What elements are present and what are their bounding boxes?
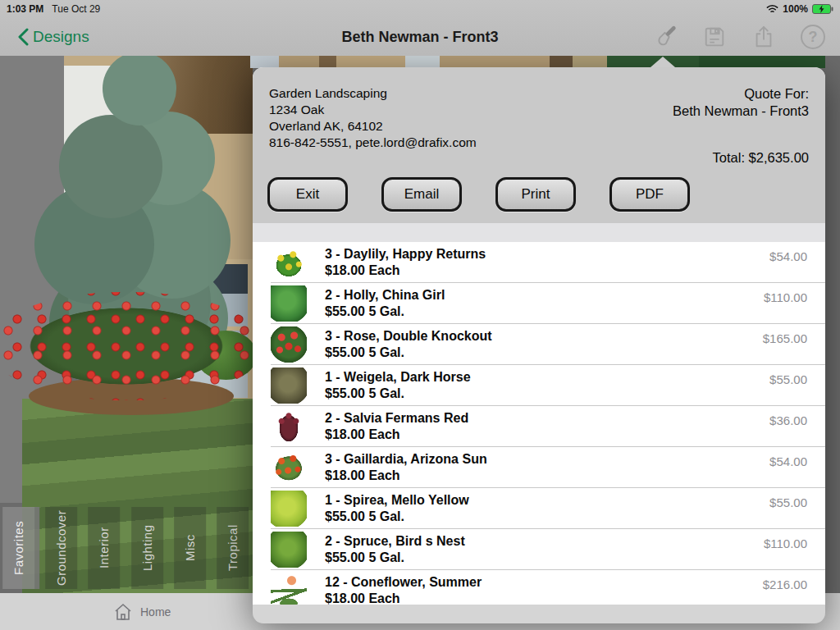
- list-header-strip: [253, 223, 825, 242]
- item-total-price: $36.00: [769, 413, 807, 427]
- tab-misc[interactable]: Misc: [174, 507, 206, 589]
- plant-thumbnail: [271, 409, 307, 445]
- plant-category-tabs: Favorites Groundcover Interior Lighting …: [2, 507, 249, 589]
- quote-item-row[interactable]: 2 - Holly, China Girl $55.00 5 Gal. $110…: [253, 283, 825, 324]
- tab-favorites[interactable]: Favorites: [2, 507, 34, 589]
- item-unit-price: $55.00 5 Gal.: [325, 304, 445, 320]
- tab-lighting[interactable]: Lighting: [131, 507, 163, 589]
- plant-thumbnail: [271, 450, 307, 486]
- item-total-price: $54.00: [769, 249, 807, 263]
- plant-thumbnail: [271, 244, 307, 281]
- item-qty-name: 3 - Daylily, Happy Returns: [325, 246, 486, 262]
- item-total-price: $110.00: [764, 536, 807, 550]
- back-to-designs-button[interactable]: Designs: [18, 28, 89, 46]
- back-label: Designs: [33, 28, 89, 46]
- home-icon: [113, 602, 133, 622]
- plant-thumbnail: [271, 285, 307, 322]
- company-address2: Overland AK, 64102: [269, 118, 809, 135]
- item-qty-name: 1 - Weigela, Dark Horse: [325, 369, 471, 386]
- tab-tropical[interactable]: Tropical: [217, 507, 249, 589]
- plant-thumbnail: [271, 326, 307, 363]
- item-unit-price: $18.00 Each: [325, 591, 482, 605]
- item-qty-name: 12 - Coneflower, Summer: [325, 574, 482, 591]
- item-total-price: $216.00: [763, 578, 807, 591]
- item-unit-price: $55.00 5 Gal.: [325, 509, 469, 525]
- status-time: 1:03 PM: [7, 3, 43, 15]
- quote-for-name: Beth Newman - Front3: [673, 103, 809, 120]
- wifi-icon: [766, 4, 778, 14]
- quote-actions: Exit Email Print PDF: [253, 177, 825, 223]
- quote-item-row[interactable]: 1 - Weigela, Dark Horse $55.00 5 Gal. $5…: [253, 365, 825, 406]
- chevron-left-icon: [18, 28, 29, 46]
- company-contact: 816-842-5551, pete.lord@drafix.com: [269, 135, 809, 151]
- item-total-price: $110.00: [764, 290, 807, 304]
- item-total-price: $55.00: [769, 372, 807, 386]
- item-qty-name: 2 - Salvia Fermans Red: [325, 410, 468, 427]
- quote-item-row[interactable]: 1 - Spirea, Mello Yellow $55.00 5 Gal. $…: [253, 488, 825, 529]
- plant-thumbnail: [271, 368, 307, 404]
- app-screen: Favorites Groundcover Interior Lighting …: [0, 0, 840, 630]
- help-icon[interactable]: ?: [801, 25, 825, 49]
- item-qty-name: 1 - Spirea, Mello Yellow: [325, 492, 469, 509]
- item-unit-price: $55.00 5 Gal.: [325, 550, 465, 566]
- pdf-button[interactable]: PDF: [609, 177, 690, 212]
- quote-for-label: Quote For:: [673, 85, 809, 103]
- battery-percent: 100%: [783, 3, 808, 15]
- share-icon[interactable]: [751, 25, 776, 49]
- item-unit-price: $18.00 Each: [325, 427, 468, 443]
- home-label: Home: [140, 605, 171, 619]
- quote-items-list[interactable]: 3 - Daylily, Happy Returns $18.00 Each $…: [253, 242, 825, 605]
- quote-header: Garden Landscaping 1234 Oak Overland AK,…: [253, 67, 825, 177]
- quote-popover: Garden Landscaping 1234 Oak Overland AK,…: [253, 67, 825, 619]
- trowel-edit-icon[interactable]: [653, 25, 678, 49]
- plant-thumbnail: [271, 573, 307, 605]
- navigation-bar: Designs Beth Newman - Front3: [0, 18, 840, 56]
- email-button[interactable]: Email: [381, 177, 462, 212]
- item-unit-price: $55.00 5 Gal.: [325, 345, 492, 361]
- item-qty-name: 3 - Gaillardia, Arizona Sun: [325, 451, 487, 468]
- photo-top-strip: [250, 56, 825, 68]
- home-button[interactable]: Home: [113, 602, 171, 622]
- plant-thumbnail: [271, 532, 307, 568]
- item-qty-name: 2 - Spruce, Bird s Nest: [325, 533, 465, 550]
- quote-item-row[interactable]: 3 - Daylily, Happy Returns $18.00 Each $…: [253, 242, 825, 283]
- save-icon[interactable]: [702, 25, 727, 49]
- tab-interior[interactable]: Interior: [88, 507, 120, 589]
- quote-item-row[interactable]: 2 - Salvia Fermans Red $18.00 Each $36.0…: [253, 406, 825, 447]
- quote-item-row[interactable]: 2 - Spruce, Bird s Nest $55.00 5 Gal. $1…: [253, 529, 825, 570]
- item-qty-name: 3 - Rose, Double Knockout: [325, 328, 492, 345]
- quote-item-row[interactable]: 3 - Gaillardia, Arizona Sun $18.00 Each …: [253, 447, 825, 488]
- quote-item-row[interactable]: 12 - Coneflower, Summer $18.00 Each $216…: [253, 570, 825, 605]
- status-date: Tue Oct 29: [52, 3, 100, 15]
- item-unit-price: $18.00 Each: [325, 468, 487, 484]
- quote-total: Total: $2,635.00: [713, 150, 809, 166]
- quote-footer: [253, 605, 825, 623]
- photo-rose-bed: [0, 292, 262, 400]
- item-total-price: $165.00: [763, 331, 807, 345]
- item-total-price: $55.00: [769, 495, 807, 509]
- item-unit-price: $18.00 Each: [325, 262, 486, 279]
- plant-thumbnail: [271, 491, 307, 527]
- item-unit-price: $55.00 5 Gal.: [325, 386, 471, 402]
- print-button[interactable]: Print: [495, 177, 576, 212]
- exit-button[interactable]: Exit: [267, 177, 348, 212]
- top-bar: 1:03 PM Tue Oct 29 100%: [0, 0, 840, 56]
- item-qty-name: 2 - Holly, China Girl: [325, 287, 445, 304]
- battery-charging-icon: [812, 4, 833, 14]
- tab-groundcover[interactable]: Groundcover: [45, 507, 77, 589]
- popover-arrow: [651, 57, 675, 67]
- quote-item-row[interactable]: 3 - Rose, Double Knockout $55.00 5 Gal. …: [253, 324, 825, 365]
- status-bar: 1:03 PM Tue Oct 29 100%: [0, 0, 840, 18]
- item-total-price: $54.00: [769, 454, 807, 468]
